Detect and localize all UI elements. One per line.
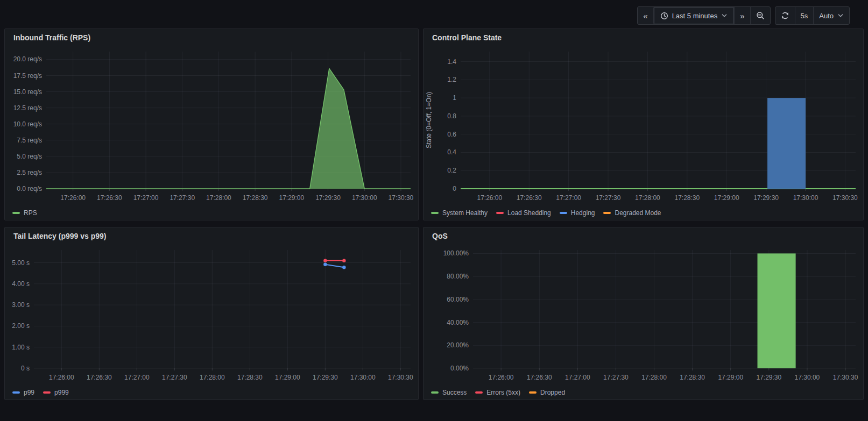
y-tick-label: 0.0 req/s [17,185,42,192]
x-tick-label: 17:27:30 [603,374,629,381]
legend-item[interactable]: Load Shedding [496,209,551,217]
panel-title[interactable]: Control Plane State [424,29,863,45]
legend-item[interactable]: Dropped [529,389,565,396]
legend-swatch [603,212,611,214]
time-shift-back-button[interactable]: « [638,7,653,24]
y-tick-label: 1.4 [447,58,456,66]
legend-item[interactable]: Errors (5xx) [475,389,520,396]
zoom-out-button[interactable] [750,7,770,24]
legend-item[interactable]: System Healthy [431,209,488,217]
bar-success [758,253,796,368]
y-tick-label: 40.00% [447,319,469,326]
x-tick-label: 17:30:00 [795,374,820,381]
time-picker-group: « Last 5 minutes » [637,6,770,25]
x-tick-label: 17:30:00 [793,194,818,202]
panel-title[interactable]: Inbound Traffic (RPS) [5,29,418,45]
x-tick-label: 17:29:00 [275,374,300,381]
x-tick-label: 17:26:30 [517,194,542,202]
y-tick-label: 80.00% [447,273,469,280]
legend-item[interactable]: p999 [43,389,69,396]
y-tick-label: 0.4 [447,148,456,156]
legend: SuccessErrors (5xx)Dropped [424,386,863,399]
auto-refresh-label: Auto [819,12,834,20]
legend-item[interactable]: Degraded Mode [603,209,661,217]
refresh-icon [781,11,789,20]
legend-item[interactable]: Hedging [560,209,595,217]
y-tick-label: 2.00 s [12,322,30,330]
y-tick-label: 15.0 req/s [13,88,42,96]
y-tick-label: 20.00% [447,341,469,349]
chevrons-left-icon: « [643,12,647,20]
x-tick-label: 17:28:00 [635,194,660,202]
x-tick-label: 17:29:30 [753,194,779,202]
x-tick-label: 17:26:30 [527,374,552,381]
legend-label: p99 [24,389,34,396]
x-tick-label: 17:30:30 [833,374,858,381]
x-tick-label: 17:28:00 [641,374,667,381]
bar-hedging [767,98,806,189]
legend-swatch [529,391,537,394]
y-tick-label: 0 s [21,365,30,372]
y-tick-label: 100.00% [443,249,469,257]
x-tick-label: 17:26:00 [49,374,74,381]
legend-label: Degraded Mode [615,209,661,217]
panel-tail-latency: Tail Latency (p999 vs p99) 0 s1.00 s2.00… [4,227,419,400]
chevron-down-icon [721,12,728,19]
x-tick-label: 17:26:30 [97,194,122,202]
x-tick-label: 17:27:00 [124,374,150,381]
refresh-interval-button[interactable]: 5s [795,7,814,24]
chart-canvas[interactable]: 00.20.40.60.811.21.417:26:0017:26:3017:2… [424,45,863,206]
legend-label: Load Shedding [507,209,551,217]
panel-control-plane-state: Control Plane State 00.20.40.60.811.21.4… [423,28,864,220]
x-tick-label: 17:30:00 [350,374,376,381]
time-range-picker-button[interactable]: Last 5 minutes [653,7,735,24]
panel-title[interactable]: Tail Latency (p999 vs p99) [5,227,418,244]
refresh-group: 5s Auto [775,6,850,25]
point-p99 [342,266,345,269]
x-tick-label: 17:27:00 [556,194,581,202]
x-tick-label: 17:28:00 [200,374,225,381]
legend-label: RPS [24,209,37,217]
y-tick-label: 1.00 s [12,344,30,351]
x-tick-label: 17:29:30 [313,374,338,381]
legend-label: System Healthy [442,209,488,217]
x-tick-label: 17:26:30 [87,374,112,381]
panel-qos: QoS 0.00%20.00%40.00%60.00%80.00%100.00%… [423,227,864,400]
chart-canvas[interactable]: 0.00%20.00%40.00%60.00%80.00%100.00%17:2… [424,244,863,386]
time-shift-forward-button[interactable]: » [734,7,750,24]
series-p999 [323,259,345,262]
panel-title[interactable]: QoS [424,227,863,244]
y-tick-label: 1 [453,94,456,102]
chart-canvas[interactable]: 0 s1.00 s2.00 s3.00 s4.00 s5.00 s17:26:0… [5,244,418,386]
legend-label: Errors (5xx) [486,389,520,396]
x-tick-label: 17:26:00 [489,374,514,381]
x-tick-label: 17:26:00 [60,194,86,202]
legend-item[interactable]: RPS [12,209,37,217]
legend-swatch [496,212,504,214]
time-range-label: Last 5 minutes [672,12,718,20]
y-tick-label: 12.5 req/s [13,104,42,112]
refresh-button[interactable] [775,7,795,24]
series-p99 [323,263,345,269]
legend-item[interactable]: p99 [12,389,34,396]
y-axis-title: State (0=Off, 1=On) [425,92,433,148]
series-hedging [767,98,806,189]
auto-refresh-dropdown[interactable]: Auto [813,7,849,24]
x-tick-label: 17:26:00 [477,194,502,202]
chevron-down-icon [837,12,844,19]
series-rps [46,68,411,189]
grid [34,250,411,370]
y-tick-label: 2.5 req/s [17,169,42,176]
legend-item[interactable]: Success [431,389,467,396]
y-tick-label: 0 [453,185,456,192]
x-tick-label: 17:29:00 [718,374,743,381]
area-rps [46,68,411,189]
legend-label: Dropped [540,389,565,396]
legend-swatch [431,212,439,214]
x-tick-label: 17:28:00 [206,194,231,202]
legend: System HealthyLoad SheddingHedgingDegrad… [424,206,863,220]
legend-label: Success [442,389,467,396]
y-tick-label: 0.8 [447,112,456,120]
x-tick-label: 17:27:00 [565,374,590,381]
chart-canvas[interactable]: 0.0 req/s2.5 req/s5.0 req/s7.5 req/s10.0… [5,45,418,206]
